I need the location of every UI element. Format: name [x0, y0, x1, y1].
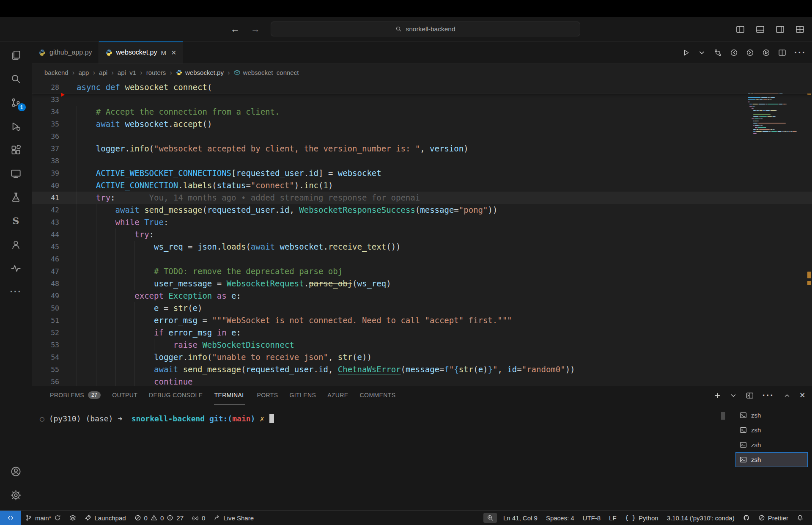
- go-forward-button[interactable]: →: [251, 24, 260, 35]
- line-number[interactable]: 37: [32, 143, 59, 155]
- panel-tab-azure[interactable]: AZURE: [327, 386, 348, 404]
- terminal-session-2[interactable]: zsh: [735, 423, 808, 437]
- status-language-mode[interactable]: { }Python: [621, 511, 663, 525]
- terminal-session-3[interactable]: zsh: [735, 437, 808, 452]
- code-line-37[interactable]: 37logger.info("websocket accepted by cli…: [32, 143, 812, 155]
- status-cursor-position[interactable]: Ln 41, Col 9: [499, 511, 542, 525]
- line-number[interactable]: 45: [32, 241, 59, 253]
- minimap[interactable]: [746, 82, 807, 386]
- customize-layout-button[interactable]: [796, 25, 804, 34]
- run-dropdown-button[interactable]: [698, 49, 706, 57]
- run-or-debug-button[interactable]: [762, 49, 770, 57]
- code-line-48[interactable]: 48user_message = WebsocketRequest.parse_…: [32, 278, 812, 290]
- line-number[interactable]: 35: [32, 118, 59, 130]
- terminal-session-4[interactable]: zsh: [735, 452, 808, 467]
- code-line-55[interactable]: 55await send_message(requested_user.id, …: [32, 363, 812, 376]
- code-line-50[interactable]: 50e = str(e): [32, 302, 812, 314]
- next-change-button[interactable]: [746, 49, 754, 57]
- line-number[interactable]: 50: [32, 302, 59, 314]
- activity-more-views[interactable]: ···: [0, 280, 32, 304]
- code-line-42[interactable]: 42await send_message(requested_user.id, …: [32, 204, 812, 216]
- code-line-44[interactable]: 44try:: [32, 228, 812, 241]
- status-prettier-status[interactable]: Prettier: [754, 511, 793, 525]
- toggle-primary-sidebar-button[interactable]: [736, 25, 745, 34]
- more-actions-button[interactable]: ···: [794, 48, 806, 58]
- code-line-49[interactable]: 49except Exception as e:: [32, 290, 812, 302]
- breadcrumb-file[interactable]: websocket.py: [176, 69, 224, 76]
- line-number[interactable]: 49: [32, 290, 59, 302]
- breadcrumb-item-app[interactable]: app: [78, 69, 89, 76]
- line-number[interactable]: 51: [32, 314, 59, 327]
- code-line-41[interactable]: 41try:You, 14 months ago • added streami…: [32, 192, 812, 204]
- line-number[interactable]: 36: [32, 130, 59, 143]
- panel-tab-ports[interactable]: PORTS: [257, 386, 278, 404]
- activity-run-debug[interactable]: [0, 114, 32, 138]
- line-number[interactable]: 39: [32, 167, 59, 179]
- sticky-line-28[interactable]: 28async def websocket_connect(: [32, 81, 812, 93]
- line-number[interactable]: 54: [32, 351, 59, 363]
- panel-tab-comments[interactable]: COMMENTS: [360, 386, 396, 404]
- breadcrumb-symbol[interactable]: websocket_connect: [234, 69, 299, 76]
- status-python-interpreter[interactable]: 3.10.14 ('py310': conda): [663, 511, 739, 525]
- breadcrumb-item-api[interactable]: api: [99, 69, 107, 76]
- terminal-scrollbar-thumb[interactable]: [721, 412, 725, 420]
- close-panel-button[interactable]: ×: [800, 390, 805, 401]
- code-line-45[interactable]: 45ws_req = json.loads(await websocket.re…: [32, 241, 812, 253]
- activity-s-extension[interactable]: S: [0, 209, 32, 233]
- command-center-search[interactable]: snorkell-backend: [271, 22, 580, 36]
- status-gitlens-graph[interactable]: [65, 511, 80, 525]
- breadcrumb-item-backend[interactable]: backend: [44, 69, 69, 76]
- line-number[interactable]: 55: [32, 363, 59, 376]
- code-line-53[interactable]: 53raise WebSocketDisconnect: [32, 339, 812, 351]
- panel-tab-problems[interactable]: PROBLEMS27: [50, 386, 101, 404]
- overview-ruler-scrollbar[interactable]: [807, 81, 812, 386]
- breadcrumb-item-api_v1[interactable]: api_v1: [118, 69, 136, 76]
- panel-more-button[interactable]: ···: [763, 391, 774, 400]
- status-eol-sequence[interactable]: LF: [605, 511, 621, 525]
- activity-source-control[interactable]: 1: [0, 91, 32, 114]
- panel-tab-terminal[interactable]: TERMINAL: [214, 386, 245, 404]
- line-number[interactable]: 41: [32, 192, 59, 204]
- toggle-secondary-sidebar-button[interactable]: [776, 25, 785, 34]
- activity-extensions[interactable]: [0, 138, 32, 162]
- tab-websocket.py[interactable]: websocket.pyM×: [99, 41, 183, 63]
- new-terminal-button[interactable]: +: [715, 390, 721, 401]
- code-editor[interactable]: 28async def websocket_connect( 3334# Acc…: [32, 81, 812, 386]
- status-screencast-zoom[interactable]: [483, 513, 497, 523]
- line-number[interactable]: 44: [32, 228, 59, 241]
- line-number[interactable]: 56: [32, 376, 59, 386]
- panel-tab-gitlens[interactable]: GITLENS: [289, 386, 316, 404]
- split-editor-button[interactable]: [778, 49, 786, 57]
- status-live-share[interactable]: Live Share: [209, 511, 258, 525]
- close-tab-icon[interactable]: ×: [171, 48, 176, 58]
- panel-tab-output[interactable]: OUTPUT: [112, 386, 137, 404]
- code-line-34[interactable]: 34# Accept the connection from a client.: [32, 106, 812, 118]
- status-remote-indicator[interactable]: [0, 511, 21, 525]
- activity-accounts[interactable]: [0, 459, 32, 483]
- code-line-35[interactable]: 35await websocket.accept(): [32, 118, 812, 130]
- panel-tab-debug-console[interactable]: DEBUG CONSOLE: [149, 386, 203, 404]
- line-number[interactable]: 47: [32, 265, 59, 278]
- status-problems-summary[interactable]: 0027: [130, 511, 188, 525]
- status-forwarded-ports[interactable]: 0: [188, 511, 209, 525]
- status-gitlens-launchpad[interactable]: Launchpad: [80, 511, 130, 525]
- line-number[interactable]: 53: [32, 339, 59, 351]
- line-number[interactable]: 52: [32, 327, 59, 339]
- open-changes-button[interactable]: [714, 49, 722, 57]
- terminal-dropdown-button[interactable]: [730, 392, 737, 399]
- toggle-panel-button[interactable]: [756, 25, 765, 34]
- status-encoding[interactable]: UTF-8: [579, 511, 605, 525]
- code-line-46[interactable]: 46: [32, 253, 812, 265]
- code-line-39[interactable]: 39ACTIVE_WEBSOCKET_CONNECTIONS[requested…: [32, 167, 812, 179]
- line-number[interactable]: 42: [32, 204, 59, 216]
- previous-change-button[interactable]: [730, 49, 738, 57]
- code-line-36[interactable]: 36: [32, 130, 812, 143]
- activity-search[interactable]: [0, 67, 32, 91]
- status-github-status[interactable]: [739, 511, 754, 525]
- line-number[interactable]: 34: [32, 106, 59, 118]
- line-number[interactable]: 46: [32, 253, 59, 265]
- tab-github_app.py[interactable]: github_app.py: [32, 41, 99, 63]
- activity-rest-client[interactable]: [0, 256, 32, 280]
- sticky-scroll[interactable]: 28async def websocket_connect(: [32, 81, 812, 93]
- activity-settings[interactable]: [0, 483, 32, 507]
